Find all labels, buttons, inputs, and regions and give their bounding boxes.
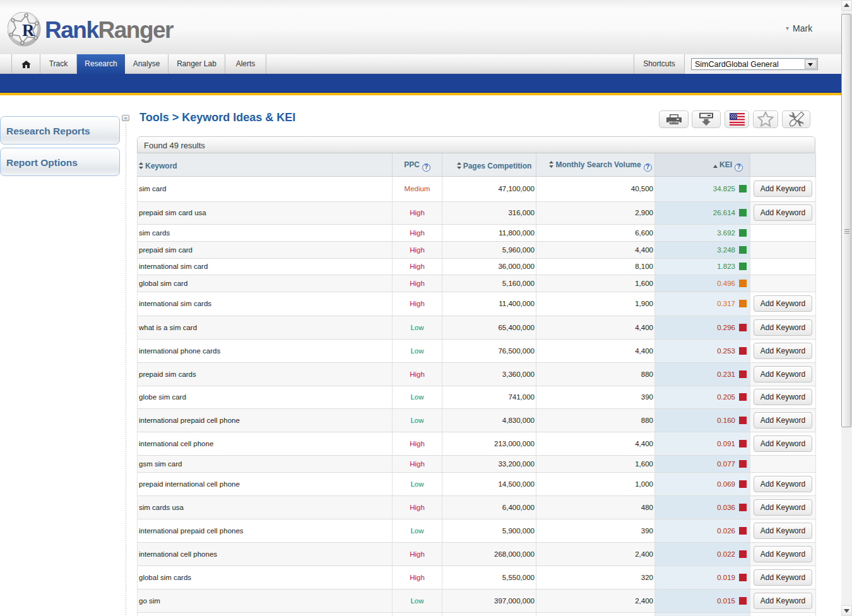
svg-text:R: R xyxy=(22,21,35,40)
